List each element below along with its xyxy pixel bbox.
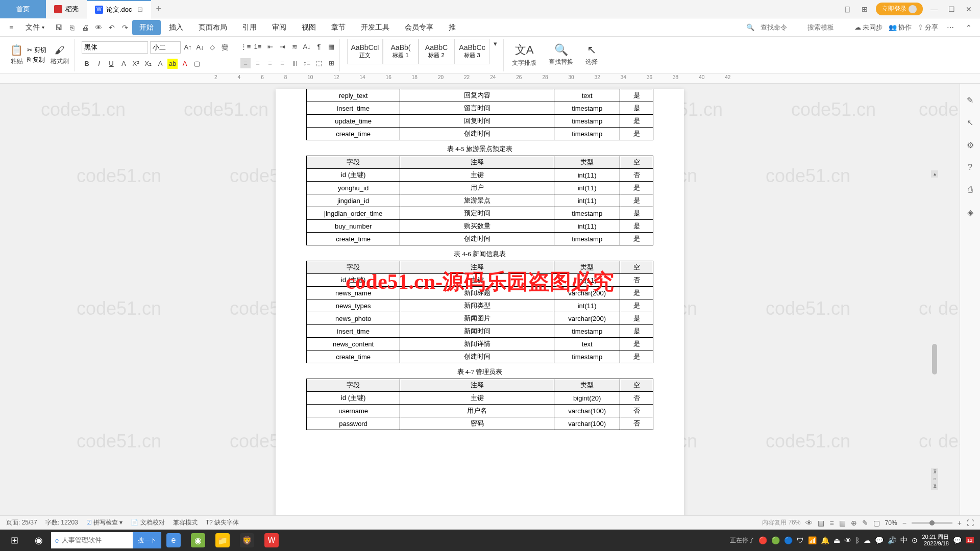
collapse-icon[interactable]: ⌃ bbox=[963, 21, 975, 34]
menu-member[interactable]: 会员专享 bbox=[398, 20, 440, 35]
cortana-icon[interactable]: ◉ bbox=[27, 530, 51, 551]
taskbar-clock[interactable]: 20:21 周日 2022/9/18 bbox=[922, 534, 949, 547]
notification-icon[interactable]: 💬 bbox=[953, 536, 962, 544]
menu-file[interactable]: 文件▾ bbox=[18, 20, 52, 35]
redo-icon[interactable]: ↷ bbox=[119, 21, 131, 34]
tab-daoke[interactable]: 稻壳 bbox=[46, 0, 87, 18]
search-template-input[interactable] bbox=[807, 23, 848, 31]
pointer-tool-icon[interactable]: ↖ bbox=[964, 116, 976, 129]
align-center-button[interactable]: ≡ bbox=[253, 58, 263, 68]
tray-nvidia-icon[interactable]: 👁 bbox=[844, 536, 851, 544]
menu-insert[interactable]: 插入 bbox=[162, 20, 190, 35]
tag-icon[interactable]: ◈ bbox=[964, 206, 976, 218]
minimize-button[interactable]: — bbox=[928, 5, 940, 13]
close-button[interactable]: ✕ bbox=[963, 5, 975, 13]
scroll-thumb[interactable] bbox=[932, 344, 937, 374]
view-outline-icon[interactable]: ≡ bbox=[829, 519, 834, 527]
tray-app1-icon[interactable]: 🔴 bbox=[758, 536, 767, 544]
align-left-button[interactable]: ≡ bbox=[240, 58, 251, 68]
menu-review[interactable]: 审阅 bbox=[265, 20, 293, 35]
style-h3[interactable]: AaBbCc标题 3 bbox=[454, 39, 490, 64]
tray-ime-icon[interactable]: 中 bbox=[900, 536, 908, 545]
bold-button[interactable]: B bbox=[82, 59, 92, 69]
superscript-button[interactable]: X² bbox=[131, 59, 141, 69]
highlight-button[interactable]: ab bbox=[167, 59, 178, 69]
phonetic-icon[interactable]: 變 bbox=[219, 42, 230, 53]
zoom-out-button[interactable]: − bbox=[902, 519, 906, 527]
app-wps[interactable]: W bbox=[259, 530, 284, 551]
text-layout-button[interactable]: 文A文字排版 bbox=[508, 40, 541, 70]
app-browser[interactable]: ◉ bbox=[186, 530, 210, 551]
collab-button[interactable]: 👥协作 bbox=[889, 23, 912, 32]
more-icon[interactable]: ⋯ bbox=[944, 21, 957, 34]
document-area[interactable]: code51.cn code51.cn code51.cn code51.cn … bbox=[0, 84, 960, 531]
tray-chat-icon[interactable]: 💬 bbox=[875, 536, 884, 544]
menu-reference[interactable]: 引用 bbox=[235, 20, 264, 35]
tray-screenshot-icon[interactable]: ⊙ bbox=[912, 536, 918, 544]
font-name-select[interactable] bbox=[82, 41, 148, 54]
asian-layout-button[interactable]: ≋ bbox=[289, 42, 300, 52]
save-icon[interactable]: 🖫 bbox=[53, 21, 65, 34]
menu-more[interactable]: 推 bbox=[442, 20, 463, 35]
search-command-input[interactable] bbox=[761, 23, 801, 31]
pen-tool-icon[interactable]: ✎ bbox=[964, 94, 976, 106]
border-button[interactable]: ▦ bbox=[326, 42, 336, 52]
line-spacing-button[interactable]: ↕≡ bbox=[302, 58, 312, 68]
login-button[interactable]: 立即登录 bbox=[876, 3, 923, 15]
align-right-button[interactable]: ≡ bbox=[265, 58, 275, 68]
view-web-icon[interactable]: ▦ bbox=[839, 519, 846, 527]
tab-add-button[interactable]: + bbox=[156, 4, 162, 14]
app-edge[interactable]: e bbox=[161, 530, 186, 551]
styles-more-button[interactable]: ▾ bbox=[490, 39, 500, 49]
shading-button[interactable]: ⬚ bbox=[314, 58, 324, 68]
undo-icon[interactable]: ↶ bbox=[106, 21, 118, 34]
help-icon[interactable]: ? bbox=[964, 161, 976, 173]
font-size-select[interactable] bbox=[150, 41, 181, 54]
view-read-icon[interactable]: ⊕ bbox=[851, 519, 857, 527]
strikethrough-button[interactable]: A̵ bbox=[118, 59, 129, 69]
decrease-indent-button[interactable]: ⇤ bbox=[265, 42, 275, 52]
zoom-in-button[interactable]: + bbox=[958, 519, 962, 527]
maximize-button[interactable]: ☐ bbox=[945, 5, 958, 13]
subscript-button[interactable]: X₂ bbox=[143, 59, 153, 69]
eye-icon[interactable]: 👁 bbox=[805, 519, 813, 527]
tray-volume-icon[interactable]: 🔊 bbox=[888, 536, 896, 544]
print-icon[interactable]: 🖨 bbox=[79, 21, 91, 34]
align-justify-button[interactable]: ≡ bbox=[277, 58, 287, 68]
app-explorer[interactable]: 📁 bbox=[210, 530, 235, 551]
increase-indent-button[interactable]: ⇥ bbox=[277, 42, 287, 52]
scroll-page-down-button[interactable]: ⊻ bbox=[931, 483, 938, 490]
zoom-slider[interactable] bbox=[912, 522, 952, 524]
distribute-button[interactable]: ⫼ bbox=[289, 58, 300, 68]
format-painter-button[interactable]: 🖌格式刷 bbox=[48, 43, 71, 67]
menu-start[interactable]: 开始 bbox=[132, 20, 161, 35]
increase-font-icon[interactable]: A↑ bbox=[183, 42, 193, 53]
grid-icon[interactable]: ⊞ bbox=[859, 5, 871, 13]
menu-view[interactable]: 视图 bbox=[295, 20, 323, 35]
style-normal[interactable]: AaBbCcI正文 bbox=[347, 39, 383, 64]
text-effect-button[interactable]: A bbox=[155, 59, 165, 69]
tab-document[interactable]: W 论文.doc ⊡ bbox=[87, 0, 151, 18]
export-icon[interactable]: ⎘ bbox=[66, 21, 78, 34]
settings-icon[interactable]: ⚙ bbox=[964, 139, 976, 151]
search-go-button[interactable]: 搜一下 bbox=[133, 532, 161, 548]
missing-font[interactable]: T? 缺失字体 bbox=[206, 518, 239, 527]
paste-button[interactable]: 📋粘贴 bbox=[8, 43, 25, 67]
menu-devtools[interactable]: 开发工具 bbox=[354, 20, 397, 35]
underline-button[interactable]: U bbox=[106, 59, 116, 69]
copy-button[interactable]: ⎘复制 bbox=[27, 56, 46, 64]
taskbar-search[interactable]: e 人事管理软件 bbox=[51, 532, 133, 548]
style-h2[interactable]: AaBbC标题 2 bbox=[419, 39, 454, 64]
screenshot-icon[interactable]: ⎙ bbox=[964, 184, 976, 196]
tray-usb-icon[interactable]: ⏏ bbox=[834, 536, 840, 544]
sync-status[interactable]: ☁未同步 bbox=[854, 23, 883, 32]
tab-options-icon[interactable]: ⊡ bbox=[137, 6, 143, 13]
menu-layout[interactable]: 页面布局 bbox=[191, 20, 234, 35]
fullscreen-icon[interactable]: ⛶ bbox=[967, 519, 974, 527]
italic-button[interactable]: I bbox=[94, 59, 104, 69]
cut-button[interactable]: ✂剪切 bbox=[27, 46, 46, 55]
scroll-page-circle-button[interactable]: ○ bbox=[931, 475, 938, 483]
tray-app2-icon[interactable]: 🟢 bbox=[771, 536, 780, 544]
menu-section[interactable]: 章节 bbox=[324, 20, 353, 35]
select-button[interactable]: ↖选择 bbox=[581, 40, 602, 70]
